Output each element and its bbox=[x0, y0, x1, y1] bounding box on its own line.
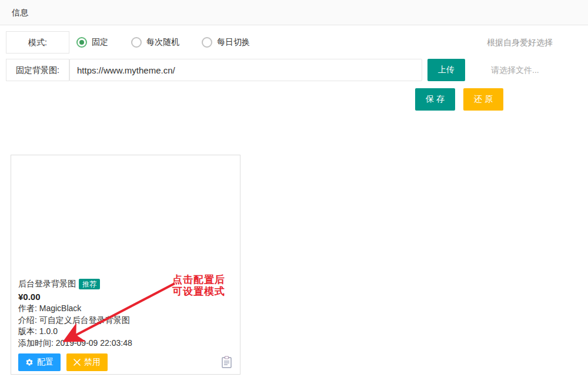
radio-daily[interactable]: 每日切换 bbox=[202, 31, 250, 54]
theme-version: 版本: 1.0.0 bbox=[18, 326, 233, 338]
save-button[interactable]: 保 存 bbox=[415, 88, 455, 111]
theme-author: 作者: MagicBlack bbox=[18, 303, 233, 315]
upload-button[interactable]: 上传 bbox=[427, 59, 465, 81]
mode-hint-text: 根据自身爱好选择 bbox=[487, 31, 553, 54]
recommended-badge: 推荐 bbox=[79, 279, 100, 289]
fixed-bg-url-input[interactable] bbox=[69, 59, 422, 81]
annotation-line2: 可设置模式 bbox=[172, 286, 225, 298]
theme-card: 后台登录背景图 推荐 ¥0.00 作者: MagicBlack 介绍: 可自定义… bbox=[11, 155, 240, 375]
restore-button[interactable]: 还 原 bbox=[463, 88, 503, 111]
clipboard-icon[interactable] bbox=[222, 356, 232, 368]
radio-fixed[interactable]: 固定 bbox=[76, 31, 108, 54]
radio-random-label: 每次随机 bbox=[146, 37, 179, 48]
fixed-bg-label: 固定背景图: bbox=[6, 59, 69, 81]
theme-added-time: 添加时间: 2019-09-09 22:03:48 bbox=[18, 338, 233, 349]
gear-icon bbox=[25, 358, 34, 366]
page: 信息 模式: 固定 每次随机 每日切换 根据自身爱好选择 固定背景图: 上传 请… bbox=[0, 0, 588, 387]
radio-button-icon[interactable] bbox=[76, 37, 87, 48]
annotation-text: 点击配置后 可设置模式 bbox=[172, 274, 225, 298]
theme-description: 介绍: 可自定义后台登录背景图 bbox=[18, 315, 233, 326]
theme-title: 后台登录背景图 bbox=[18, 279, 76, 289]
radio-button-icon[interactable] bbox=[131, 37, 142, 48]
annotation-line1: 点击配置后 bbox=[172, 274, 225, 286]
configure-button-label: 配置 bbox=[37, 357, 54, 368]
x-icon bbox=[74, 359, 81, 366]
mode-label: 模式: bbox=[6, 31, 69, 54]
radio-random[interactable]: 每次随机 bbox=[131, 31, 179, 54]
disable-button-label: 禁用 bbox=[84, 357, 101, 368]
radio-button-icon[interactable] bbox=[202, 37, 212, 48]
configure-button[interactable]: 配置 bbox=[18, 353, 61, 371]
radio-daily-label: 每日切换 bbox=[217, 37, 250, 48]
disable-button[interactable]: 禁用 bbox=[66, 353, 108, 371]
tab-info[interactable]: 信息 bbox=[0, 0, 40, 25]
file-select-placeholder[interactable]: 请选择文件... bbox=[491, 59, 539, 81]
tab-bar: 信息 bbox=[0, 0, 588, 25]
radio-fixed-label: 固定 bbox=[92, 37, 108, 48]
